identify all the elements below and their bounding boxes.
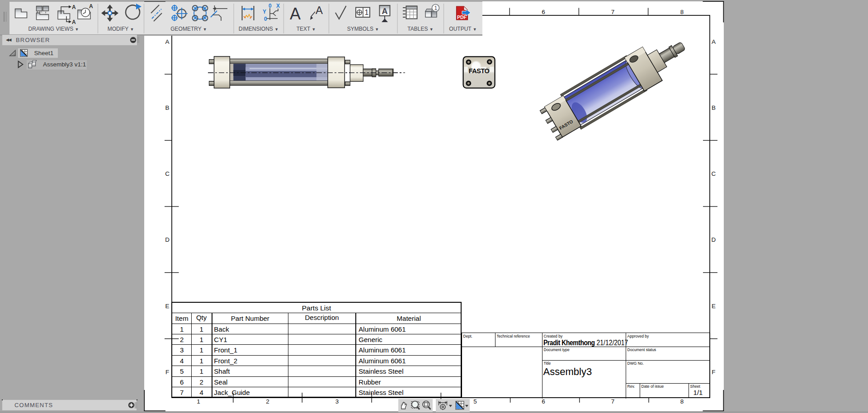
svg-text:A: A xyxy=(89,3,93,9)
svg-text:X: X xyxy=(276,3,280,9)
svg-text:A: A xyxy=(72,4,76,10)
svg-text:3: 3 xyxy=(335,398,339,405)
svg-text:0: 0 xyxy=(269,3,272,9)
svg-text:1: 1 xyxy=(365,9,369,16)
svg-text:0: 0 xyxy=(264,16,267,22)
svg-text:B: B xyxy=(712,104,716,111)
svg-text:7: 7 xyxy=(611,398,615,405)
svg-text:8: 8 xyxy=(680,9,684,15)
svg-text:C: C xyxy=(712,170,716,177)
svg-text:E: E xyxy=(165,303,169,310)
svg-text:A: A xyxy=(382,7,388,16)
svg-text:A: A xyxy=(290,5,301,23)
svg-text:7: 7 xyxy=(611,9,615,15)
svg-text:C: C xyxy=(165,170,170,177)
svg-text:A: A xyxy=(712,38,716,45)
svg-text:F: F xyxy=(165,369,169,375)
svg-text:5: 5 xyxy=(473,398,477,405)
svg-text:FASTO: FASTO xyxy=(469,67,490,75)
svg-text:D: D xyxy=(712,236,716,243)
svg-text:A: A xyxy=(165,38,169,45)
svg-text:Y: Y xyxy=(263,9,266,15)
svg-text:B: B xyxy=(165,104,169,111)
svg-text:E: E xyxy=(712,303,716,310)
svg-text:A: A xyxy=(316,4,323,16)
svg-text:F: F xyxy=(712,369,715,375)
svg-text:PDF: PDF xyxy=(457,14,467,20)
svg-text:6: 6 xyxy=(542,398,545,405)
svg-text:2: 2 xyxy=(266,398,269,405)
svg-text:A: A xyxy=(72,19,76,25)
svg-text:8: 8 xyxy=(680,398,684,405)
svg-text:6: 6 xyxy=(542,9,545,15)
svg-text:1: 1 xyxy=(197,398,200,405)
svg-text:1: 1 xyxy=(434,5,438,11)
svg-text:D: D xyxy=(165,236,170,243)
